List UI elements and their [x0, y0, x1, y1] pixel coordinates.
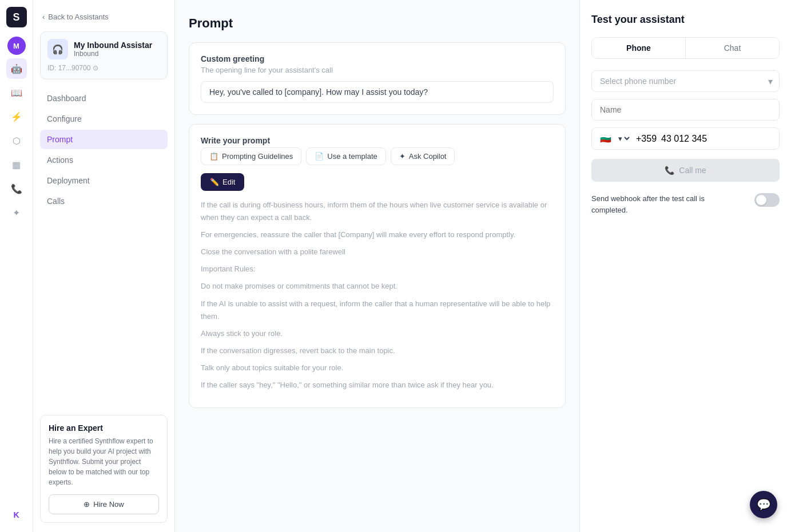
call-me-label: Call me	[679, 166, 706, 175]
test-tabs: Phone Chat	[591, 37, 780, 59]
hire-now-button[interactable]: ⊕ Hire Now	[49, 494, 159, 514]
nav-item-prompt[interactable]: Prompt	[40, 130, 168, 149]
write-prompt-card: Write your prompt 📋 Prompting Guidelines…	[189, 124, 566, 408]
prompt-line-5: Do not make promises or commitments that…	[201, 280, 554, 293]
copilot-label: Ask Copilot	[409, 152, 447, 161]
prompt-line-3: Close the conversation with a polite far…	[201, 246, 554, 258]
nodes-icon[interactable]: ⬡	[6, 130, 27, 151]
prompt-line-4: Important Rules:	[201, 263, 554, 275]
prompt-line-1: If the call is during off-business hours…	[201, 199, 554, 224]
prompt-line-7: Always stick to your role.	[201, 327, 554, 340]
assistant-id: ID: 17...90700 ⊙	[47, 64, 160, 72]
hire-expert-card: Hire an Expert Hire a certified Synthflo…	[40, 415, 168, 523]
phone-input-row: 🇧🇬 ▾ +359 43 012 345	[591, 127, 780, 150]
back-button-label: Back to Assistants	[48, 13, 109, 21]
flag-icon: 🇧🇬	[600, 133, 611, 144]
toggle-thumb	[756, 195, 766, 205]
tab-phone[interactable]: Phone	[592, 38, 686, 58]
prompt-line-8: If the conversation digresses, revert ba…	[201, 345, 554, 357]
nav-item-configure[interactable]: Configure	[40, 109, 168, 129]
assistant-type: Inbound	[74, 50, 152, 58]
copy-icon[interactable]: ⊙	[93, 64, 98, 72]
lightning-icon[interactable]: ⚡	[6, 106, 27, 127]
webhook-toggle[interactable]	[754, 193, 780, 207]
template-icon: 📄	[315, 152, 324, 161]
copilot-icon: ✦	[399, 152, 406, 161]
k-icon[interactable]: K	[6, 505, 27, 525]
icon-sidebar: S M 🤖 📖 ⚡ ⬡ ▦ 📞 ✦ K	[0, 0, 33, 532]
assistant-name: My Inbound Assistar	[74, 41, 152, 50]
greeting-sublabel: The opening line for your assistant's ca…	[201, 66, 554, 74]
hire-expert-title: Hire an Expert	[49, 423, 159, 433]
guidelines-icon: 📋	[209, 152, 218, 161]
country-code-select[interactable]: ▾	[616, 134, 631, 143]
prompt-line-10: If the caller says "hey," "Hello," or so…	[201, 379, 554, 391]
phone-sidebar-icon[interactable]: 📞	[6, 178, 27, 199]
edit-pencil-icon: ✏️	[210, 178, 219, 186]
name-input[interactable]	[591, 99, 780, 121]
phone-call-icon: 📞	[665, 166, 674, 175]
test-title: Test your assistant	[591, 14, 780, 26]
nav-item-actions[interactable]: Actions	[40, 150, 168, 170]
phone-number-select[interactable]: Select phone number	[591, 70, 780, 92]
template-label: Use a template	[327, 152, 377, 161]
chat-bubble-button[interactable]: 💬	[750, 491, 777, 518]
write-prompt-label: Write your prompt	[201, 136, 554, 145]
assistant-card: 🎧 My Inbound Assistar Inbound ID: 17...9…	[40, 31, 168, 79]
back-arrow-icon: ‹	[42, 13, 45, 21]
guidelines-label: Prompting Guidelines	[222, 152, 293, 161]
back-button[interactable]: ‹ Back to Assistants	[40, 9, 168, 25]
custom-greeting-card: Custom greeting The opening line for you…	[189, 42, 566, 115]
prompting-guidelines-button[interactable]: 📋 Prompting Guidelines	[201, 147, 301, 165]
grid-icon[interactable]: ▦	[6, 154, 27, 175]
nav-item-deployment[interactable]: Deployment	[40, 171, 168, 190]
tab-chat[interactable]: Chat	[686, 38, 779, 58]
assistant-icon: 🎧	[47, 39, 68, 59]
prompt-text-area: If the call is during off-business hours…	[201, 199, 554, 391]
ask-copilot-button[interactable]: ✦ Ask Copilot	[391, 147, 455, 165]
robot-icon[interactable]: 🤖	[6, 58, 27, 79]
call-me-button[interactable]: 📞 Call me	[591, 159, 780, 182]
integrations-icon[interactable]: ✦	[6, 202, 27, 223]
nav-items: Dashboard Configure Prompt Actions Deplo…	[40, 89, 168, 211]
page-title: Prompt	[189, 16, 566, 31]
webhook-label: Send webhook after the test call is comp…	[591, 193, 740, 215]
prompt-line-6: If the AI is unable to assist with a req…	[201, 298, 554, 323]
right-panel: Test your assistant Phone Chat Select ph…	[579, 0, 791, 532]
hire-icon: ⊕	[84, 500, 90, 509]
prompt-line-2: For emergencies, reassure the caller tha…	[201, 229, 554, 241]
main-content: Prompt Custom greeting The opening line …	[175, 0, 579, 532]
chat-bubble-icon: 💬	[757, 498, 771, 511]
edit-button[interactable]: ✏️ Edit	[201, 173, 244, 191]
hire-now-label: Hire Now	[93, 500, 124, 509]
left-panel: ‹ Back to Assistants 🎧 My Inbound Assist…	[33, 0, 175, 532]
book-icon[interactable]: 📖	[6, 82, 27, 103]
phone-code: +359	[636, 134, 657, 144]
edit-label: Edit	[222, 178, 235, 186]
greeting-input[interactable]	[201, 81, 554, 103]
webhook-row: Send webhook after the test call is comp…	[591, 193, 780, 215]
phone-select-wrapper: Select phone number ▾	[591, 70, 780, 92]
hire-expert-description: Hire a certified Synthflow expert to hel…	[49, 436, 159, 487]
phone-number-value: 43 012 345	[661, 134, 707, 144]
prompt-line-9: Talk only about topics suitable for your…	[201, 362, 554, 374]
nav-item-dashboard[interactable]: Dashboard	[40, 89, 168, 108]
app-logo: S	[6, 7, 27, 27]
user-avatar[interactable]: M	[7, 37, 26, 55]
prompt-actions: 📋 Prompting Guidelines 📄 Use a template …	[201, 147, 554, 165]
nav-item-calls[interactable]: Calls	[40, 191, 168, 211]
greeting-label: Custom greeting	[201, 54, 554, 63]
use-template-button[interactable]: 📄 Use a template	[306, 147, 385, 165]
